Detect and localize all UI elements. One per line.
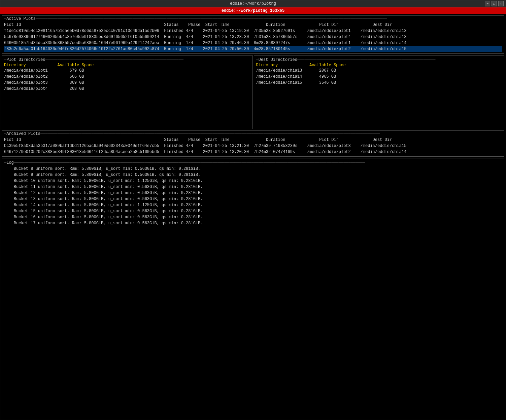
plot-dir-label: Plot Directories bbox=[6, 58, 45, 62]
log-line-4: Bucket 11 uniform sort. Ram: 5.800GiB, u… bbox=[4, 184, 502, 190]
maximize-button[interactable]: □ bbox=[492, 1, 497, 6]
directories-row: ─Plot Directories───────────────────────… bbox=[2, 55, 504, 129]
dest-dir-header: Directory Available Space bbox=[256, 63, 502, 68]
active-plot-row-1[interactable]: f1de1d819e54cc208116a7b1daeeb0d78d6da87e… bbox=[4, 28, 502, 34]
log-line-5: Bucket 12 uniform sort. Ram: 5.800GiB, u… bbox=[4, 190, 502, 196]
active-plots-panel: ─Active Plots───────────────────────────… bbox=[2, 15, 504, 54]
active-plot-row-3[interactable]: 6460351857bd34dca3356e368557ced5a68860a1… bbox=[4, 40, 502, 46]
plot-directories-title: ─Plot Directories───────────────────────… bbox=[4, 57, 250, 63]
archived-plots-header: Plot Id Status Phase Start Time Duration… bbox=[4, 137, 502, 143]
log-line-2: Bucket 9 uniform sort. Ram: 5.800GiB, u_… bbox=[4, 172, 502, 178]
dest-directories-title: ─Dest Directories───────────────────────… bbox=[256, 57, 502, 63]
active-plot-row-2[interactable]: 5c678e9389691274606205bb4c8e7e8de9f8335e… bbox=[4, 34, 502, 40]
active-plots-title: ─Active Plots───────────────────────────… bbox=[4, 16, 502, 22]
window-controls: − □ × bbox=[485, 1, 504, 6]
window-title-red: eddie:~/work/plotng 163x65 bbox=[222, 8, 284, 13]
active-plots-header: Plot Id Status Phase Start Time Duration… bbox=[4, 22, 502, 28]
archived-plots-panel: ─Archived Plots─────────────────────────… bbox=[2, 130, 504, 157]
log-title: ─Log────────────────────────────────────… bbox=[4, 160, 502, 166]
close-button[interactable]: × bbox=[498, 1, 504, 6]
dest-dir-row-1: /media/eddie/chia13 2067 GB bbox=[256, 68, 502, 74]
archived-plot-row-1[interactable]: bc39e5f8a03daa3b317a089baf1dbd1126bac6a0… bbox=[4, 143, 502, 149]
log-line-7: Bucket 14 uniform sort. Ram: 5.800GiB, u… bbox=[4, 202, 502, 208]
plot-dir-row-3: /media/eddie/plot3 369 GB bbox=[4, 80, 250, 86]
plot-dir-header: Directory Available Space bbox=[4, 63, 250, 68]
log-line-9: Bucket 16 uniform sort. Ram: 5.800GiB, u… bbox=[4, 214, 502, 220]
window-frame: eddie:~/work/plotng − □ × eddie:~/work/p… bbox=[0, 0, 506, 420]
log-line-1: Bucket 8 uniform sort. Ram: 5.800GiB, u_… bbox=[4, 166, 502, 172]
archived-plots-title: ─Archived Plots─────────────────────────… bbox=[4, 131, 502, 137]
archived-plot-row-2[interactable]: 64671279e0135202c388be349f803013e566416f… bbox=[4, 149, 502, 155]
plot-dir-row-1: /media/eddie/plot1 679 GB bbox=[4, 68, 250, 74]
title-bar-red: eddie:~/work/plotng 163x65 bbox=[0, 7, 506, 14]
log-label: Log bbox=[6, 160, 14, 165]
dest-dir-row-2: /media/eddie/chia14 4965 GB bbox=[256, 74, 502, 80]
dest-dir-row-3: /media/eddie/chia15 3546 GB bbox=[256, 80, 502, 86]
log-panel: ─Log────────────────────────────────────… bbox=[2, 158, 504, 418]
title-bar-top: eddie:~/work/plotng − □ × bbox=[0, 0, 506, 7]
log-line-8: Bucket 15 uniform sort. Ram: 5.800GiB, u… bbox=[4, 208, 502, 214]
active-plots-label: Active Plots bbox=[6, 16, 35, 21]
window-title-top: eddie:~/work/plotng bbox=[230, 1, 276, 6]
plot-dir-row-4: /media/eddie/plot4 268 GB bbox=[4, 86, 250, 92]
dest-directories-panel: ─Dest Directories───────────────────────… bbox=[254, 55, 505, 129]
log-line-3: Bucket 10 uniform sort. Ram: 5.800GiB, u… bbox=[4, 178, 502, 184]
log-line-6: Bucket 13 uniform sort. Ram: 5.800GiB, u… bbox=[4, 196, 502, 202]
archived-plots-label: Archived Plots bbox=[6, 131, 40, 136]
plot-directories-panel: ─Plot Directories───────────────────────… bbox=[2, 55, 252, 129]
active-plot-row-4[interactable]: f83c2c6a5aa01ab164036c946fc826d2574066e1… bbox=[4, 46, 502, 52]
minimize-button[interactable]: − bbox=[485, 1, 490, 6]
plot-dir-row-2: /media/eddie/plot2 666 GB bbox=[4, 74, 250, 80]
log-line-10: Bucket 17 uniform sort. Ram: 5.800GiB, u… bbox=[4, 220, 502, 226]
main-content: ─Active Plots───────────────────────────… bbox=[0, 14, 506, 420]
dest-dir-label: Dest Directories bbox=[259, 58, 297, 62]
